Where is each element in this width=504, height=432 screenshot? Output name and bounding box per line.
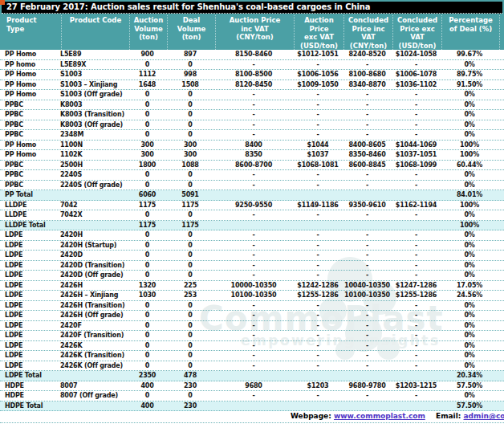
cell-auction-price-exc-vat: - bbox=[293, 321, 343, 331]
cell-deal-volume: 1175 bbox=[166, 201, 214, 210]
table-row: PP Homo S1003 – Xinjiang 1648 1508 8120-… bbox=[0, 80, 504, 91]
cell-product-code: 1102K bbox=[60, 150, 128, 160]
table-row: PPBC 2348M 0 0 - - - - 0% bbox=[0, 130, 504, 141]
cell-deal-percentage: 60.44% bbox=[441, 161, 498, 170]
cell-auction-price-exc-vat: - bbox=[293, 341, 343, 351]
cell-deal-percentage: 84.01% bbox=[441, 190, 498, 200]
cell-auction-volume: 0 bbox=[128, 110, 166, 120]
cell-concluded-price-inc-vat: 8350-8460 bbox=[343, 150, 392, 160]
cell-auction-price-exc-vat bbox=[293, 221, 343, 230]
table-row: PP Homo S1003 1112 998 8100-8500 $1006-1… bbox=[0, 70, 504, 80]
column-header-product-type: Product Type bbox=[5, 15, 62, 50]
cell-deal-volume: 0 bbox=[166, 241, 214, 251]
cell-deal-volume: 0 bbox=[166, 120, 214, 130]
cell-product-code: 2426K bbox=[60, 341, 128, 351]
cell-auction-volume: 0 bbox=[128, 181, 166, 190]
cell-deal-percentage: 100% bbox=[441, 150, 498, 160]
cell-product-code: S1003 – Xinjiang bbox=[60, 80, 128, 90]
email-link[interactable]: admin@commoplast.com bbox=[464, 412, 504, 420]
cell-auction-volume: 0 bbox=[128, 251, 166, 260]
cell-auction-price-inc-vat: - bbox=[214, 251, 293, 260]
cell-deal-percentage: 0% bbox=[441, 261, 498, 271]
table-row: PP homo L5E89X 0 0 - - - - 0% bbox=[0, 60, 504, 71]
cell-deal-volume: 0 bbox=[166, 90, 214, 100]
cell-auction-price-exc-vat: - bbox=[293, 391, 343, 401]
webpage-group: Webpage: www.commoplast.com bbox=[291, 412, 425, 420]
cell-deal-percentage: 17.05% bbox=[441, 281, 498, 291]
cell-deal-volume: 1508 bbox=[166, 80, 214, 90]
cell-product-code: 7042 bbox=[60, 201, 128, 210]
cell-auction-price-inc-vat: 8120-8450 bbox=[214, 80, 293, 90]
cell-concluded-price-exc-vat: - bbox=[392, 261, 441, 271]
cell-deal-volume: 0 bbox=[166, 301, 214, 311]
cell-auction-volume: 0 bbox=[128, 321, 166, 331]
cell-product-code bbox=[60, 221, 128, 230]
cell-product-type: LDPE bbox=[3, 261, 60, 271]
cell-concluded-price-inc-vat: - bbox=[343, 110, 392, 120]
cell-auction-price-inc-vat: 8100-8500 bbox=[214, 70, 293, 79]
cell-auction-volume: 0 bbox=[128, 210, 166, 220]
cell-deal-volume: 1175 bbox=[166, 221, 214, 230]
cell-concluded-price-inc-vat: 8100-8680 bbox=[343, 70, 392, 79]
cell-product-type: LDPE bbox=[3, 251, 60, 260]
cell-product-code bbox=[60, 401, 128, 411]
cell-auction-price-exc-vat: - bbox=[293, 351, 343, 361]
table-row: LDPE 2420D 0 0 - - - - 0% bbox=[0, 251, 504, 261]
cell-deal-volume: 0 bbox=[166, 100, 214, 110]
cell-deal-percentage: 0% bbox=[441, 120, 498, 130]
cell-product-type: PP homo bbox=[3, 60, 60, 70]
cell-product-type: LDPE bbox=[3, 321, 60, 331]
cell-concluded-price-exc-vat: - bbox=[392, 251, 441, 260]
cell-auction-price-inc-vat: - bbox=[214, 321, 293, 331]
cell-deal-volume: 0 bbox=[166, 391, 214, 401]
cell-deal-percentage: 0% bbox=[441, 311, 498, 320]
cell-product-type: PP Homo bbox=[3, 70, 60, 79]
cell-auction-price-inc-vat: - bbox=[214, 230, 293, 240]
cell-deal-volume: 0 bbox=[166, 110, 214, 120]
cell-deal-volume: 0 bbox=[166, 341, 214, 351]
cell-auction-price-inc-vat: - bbox=[214, 351, 293, 361]
cell-product-type: PPBC bbox=[3, 181, 60, 190]
cell-concluded-price-exc-vat bbox=[392, 190, 441, 200]
cell-auction-volume: 1175 bbox=[128, 221, 166, 230]
cell-concluded-price-inc-vat: 9680-9780 bbox=[343, 381, 392, 391]
cell-concluded-price-exc-vat: - bbox=[392, 391, 441, 401]
cell-concluded-price-inc-vat: - bbox=[343, 271, 392, 280]
cell-concluded-price-inc-vat: - bbox=[343, 351, 392, 361]
cell-product-type: LDPE bbox=[3, 351, 60, 361]
cell-auction-price-exc-vat bbox=[293, 190, 343, 200]
cell-product-code: 2420F (Transition) bbox=[60, 331, 128, 340]
cell-product-type: HDPE bbox=[3, 381, 60, 391]
cell-concluded-price-exc-vat: $1255-1286 bbox=[392, 291, 441, 300]
cell-auction-price-inc-vat: 9250-9550 bbox=[214, 201, 293, 210]
cell-auction-volume: 400 bbox=[128, 381, 166, 391]
table-header-band: 27 February 2017: Auction sales result f… bbox=[0, 0, 504, 50]
cell-product-code: S1003 bbox=[60, 70, 128, 79]
cell-deal-percentage: 0% bbox=[441, 170, 498, 180]
cell-product-type: PPBC bbox=[3, 130, 60, 140]
cell-deal-volume: 0 bbox=[166, 130, 214, 140]
cell-product-code: 2420D bbox=[60, 251, 128, 260]
cell-deal-percentage: 89.75% bbox=[441, 70, 498, 79]
cell-concluded-price-inc-vat bbox=[343, 371, 392, 381]
cell-product-code: L5E89 bbox=[60, 50, 128, 59]
cell-concluded-price-exc-vat: - bbox=[392, 351, 441, 361]
webpage-link[interactable]: www.commoplast.com bbox=[334, 412, 425, 420]
table-body: CommoPlast empowering insights PP Homo L… bbox=[0, 50, 504, 423]
cell-product-type: PP Total bbox=[3, 190, 60, 200]
cell-auction-volume: 0 bbox=[128, 361, 166, 371]
cell-product-code: 2426K (Off grade) bbox=[60, 361, 128, 371]
cell-auction-price-exc-vat: - bbox=[293, 210, 343, 220]
cell-deal-percentage: 91.50% bbox=[441, 80, 498, 90]
cell-auction-price-inc-vat: - bbox=[214, 331, 293, 340]
cell-product-code: 8007 bbox=[60, 381, 128, 391]
cell-deal-percentage: 0% bbox=[441, 181, 498, 190]
cell-auction-price-inc-vat: - bbox=[214, 301, 293, 311]
cell-auction-price-inc-vat: 9680 bbox=[214, 381, 293, 391]
cell-product-type: LDPE bbox=[3, 331, 60, 340]
cell-product-type: PPBC bbox=[3, 110, 60, 120]
cell-deal-percentage: 20.34% bbox=[441, 371, 498, 381]
cell-auction-price-inc-vat: - bbox=[214, 110, 293, 120]
total-row: PP Total 6060 5091 84.01% bbox=[0, 190, 504, 201]
cell-auction-volume: 0 bbox=[128, 391, 166, 401]
